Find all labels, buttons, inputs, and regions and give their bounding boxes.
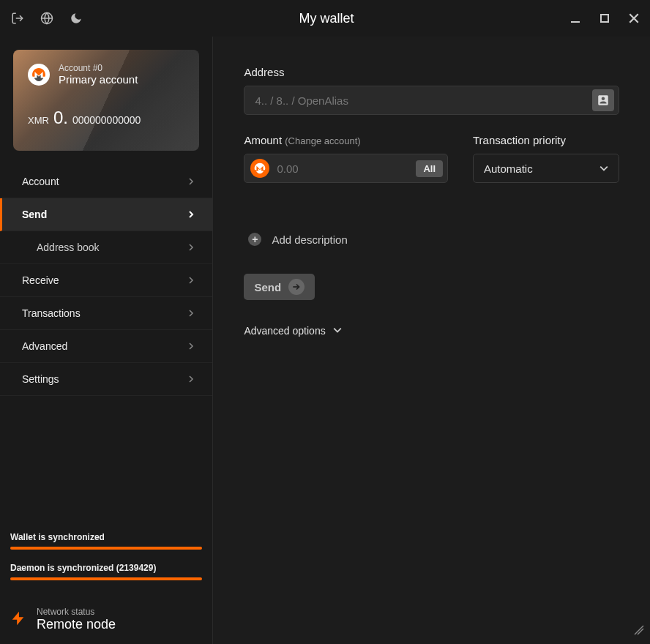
nav: Account Send Address book Receive: [0, 165, 212, 396]
chevron-right-icon: [187, 373, 195, 385]
nav-address-book[interactable]: Address book: [0, 231, 212, 264]
globe-icon[interactable]: [38, 10, 56, 27]
chevron-right-icon: [187, 242, 195, 253]
nav-settings[interactable]: Settings: [0, 363, 212, 396]
account-name: Primary account: [59, 73, 138, 86]
send-button[interactable]: Send: [244, 274, 315, 300]
nav-account[interactable]: Account: [0, 165, 212, 198]
nav-advanced[interactable]: Advanced: [0, 330, 212, 363]
account-number: Account #0: [59, 63, 138, 73]
arrow-right-icon: [288, 279, 305, 295]
nav-label: Account: [22, 176, 59, 187]
titlebar: My wallet: [0, 0, 650, 37]
nav-receive[interactable]: Receive: [0, 264, 212, 297]
account-card[interactable]: Account #0 Primary account XMR 0. 000000…: [13, 50, 199, 151]
priority-select[interactable]: Automatic: [473, 154, 619, 183]
priority-value: Automatic: [484, 162, 533, 175]
change-account-link[interactable]: (Change account): [285, 135, 360, 146]
address-label: Address: [244, 66, 619, 78]
address-book-button[interactable]: [592, 89, 614, 111]
advanced-options-label: Advanced options: [244, 325, 325, 337]
chevron-down-icon: [333, 325, 342, 337]
add-description-label: Add description: [272, 233, 347, 246]
wallet-sync-bar: [10, 547, 202, 550]
nav-label: Settings: [22, 373, 59, 385]
address-input-wrap: [244, 86, 619, 115]
network-status-label: Network status: [37, 607, 116, 617]
monero-coin-icon: [250, 159, 269, 178]
daemon-sync-label: Daemon is synchronized (2139429): [10, 563, 202, 573]
close-button[interactable]: [627, 11, 641, 26]
nav-label: Receive: [22, 274, 59, 286]
network-status-value: Remote node: [37, 617, 116, 632]
logout-icon[interactable]: [9, 10, 26, 27]
amount-label: Amount (Change account): [244, 134, 448, 146]
maximize-button[interactable]: [597, 11, 612, 26]
network-status[interactable]: Network status Remote node: [0, 601, 212, 644]
amount-input[interactable]: [277, 162, 416, 175]
sync-section: Wallet is synchronized Daemon is synchro…: [0, 525, 212, 601]
moon-icon[interactable]: [67, 10, 85, 27]
send-button-label: Send: [254, 281, 281, 293]
amount-input-wrap: All: [244, 154, 448, 183]
balance-integer: 0.: [53, 108, 68, 128]
monero-logo-icon: [28, 64, 50, 86]
chevron-right-icon: [187, 176, 195, 187]
priority-label: Transaction priority: [473, 134, 619, 146]
advanced-options-toggle[interactable]: Advanced options: [244, 325, 619, 337]
resize-handle-icon[interactable]: [634, 625, 644, 638]
window-title: My wallet: [85, 11, 568, 26]
send-panel: Address Amount (Change account) All: [213, 37, 650, 644]
balance-decimals: 000000000000: [72, 114, 141, 126]
minimize-button[interactable]: [568, 11, 583, 26]
nav-label: Advanced: [22, 340, 67, 352]
plus-icon: +: [248, 233, 261, 246]
nav-label: Transactions: [22, 307, 81, 319]
chevron-right-icon: [187, 307, 195, 319]
nav-label: Send: [22, 209, 47, 220]
chevron-right-icon: [187, 274, 195, 286]
svg-rect-4: [601, 15, 608, 22]
chevron-down-icon: [599, 162, 608, 175]
nav-send[interactable]: Send: [0, 198, 212, 231]
amount-all-button[interactable]: All: [416, 160, 443, 177]
svg-line-9: [638, 629, 643, 634]
nav-transactions[interactable]: Transactions: [0, 297, 212, 330]
balance-currency: XMR: [28, 115, 49, 126]
wallet-sync-label: Wallet is synchronized: [10, 532, 202, 542]
nav-label: Address book: [37, 242, 100, 253]
daemon-sync-bar: [10, 577, 202, 580]
bolt-icon: [10, 608, 26, 632]
chevron-right-icon: [187, 209, 195, 220]
sidebar: Account #0 Primary account XMR 0. 000000…: [0, 37, 213, 644]
chevron-right-icon: [187, 340, 195, 352]
address-input[interactable]: [255, 94, 592, 107]
add-description-button[interactable]: + Add description: [248, 233, 619, 246]
